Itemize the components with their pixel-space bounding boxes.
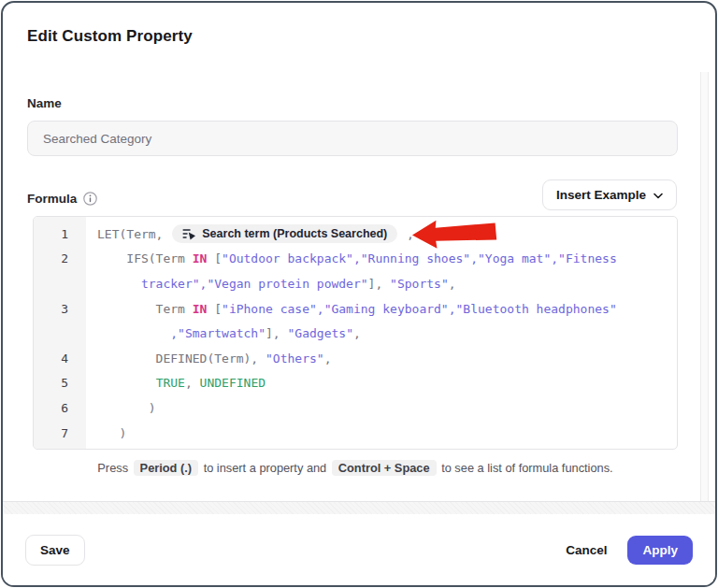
chip-label: Search term (Products Searched) bbox=[202, 227, 387, 240]
formula-label: Formula bbox=[27, 192, 77, 206]
code-token bbox=[97, 326, 170, 340]
code-token: tracker","Vegan protein powder" bbox=[141, 277, 368, 291]
code-token: , bbox=[185, 376, 200, 390]
screen: Edit Custom Property Name Formula Insert… bbox=[0, 0, 718, 588]
code-row: 7 ) bbox=[34, 421, 677, 446]
name-label: Name bbox=[27, 96, 62, 110]
list-play-icon bbox=[182, 228, 196, 240]
code-token: "iPhone case","Gaming keyboard","Bluetoo… bbox=[222, 302, 617, 316]
line-number: 3 bbox=[34, 302, 86, 316]
code-token: DEFINED(Term), bbox=[97, 351, 266, 366]
kbd-control-space: Control + Space bbox=[332, 460, 437, 476]
code-row: ,"Smartwatch"], "Gadgets", bbox=[34, 321, 677, 346]
help-suffix: to see a list of formula functions. bbox=[438, 461, 613, 475]
code-token: IN bbox=[193, 251, 208, 265]
code-token: IN bbox=[193, 302, 208, 316]
code-token: Term bbox=[97, 302, 193, 316]
name-input[interactable] bbox=[27, 121, 678, 156]
insert-example-button[interactable]: Insert Example bbox=[542, 179, 677, 210]
apply-button[interactable]: Apply bbox=[627, 536, 693, 565]
info-icon[interactable] bbox=[83, 192, 97, 206]
code-token: "Outdoor backpack","Running shoes","Yoga… bbox=[222, 251, 617, 265]
line-number: 2 bbox=[34, 251, 86, 265]
code-row: 1LET(Term, Search term (Products Searche… bbox=[34, 222, 677, 247]
code-row: 6 ) bbox=[34, 395, 677, 421]
property-chip[interactable]: Search term (Products Searched) bbox=[172, 224, 397, 243]
code-token: , bbox=[449, 277, 456, 291]
code-token: ], bbox=[368, 277, 390, 291]
page-title: Edit Custom Property bbox=[27, 27, 193, 46]
code-row: 3 Term IN ["iPhone case","Gaming keyboar… bbox=[34, 296, 677, 322]
formula-label-row: Formula bbox=[27, 192, 97, 206]
code-token: LET(Term, bbox=[97, 227, 170, 241]
help-mid: to insert a property and bbox=[200, 461, 330, 475]
code-line[interactable]: DEFINED(Term), "Others", bbox=[86, 351, 331, 366]
code-token: [ bbox=[207, 302, 222, 316]
code-line[interactable]: ) bbox=[86, 401, 156, 415]
code-token: ) bbox=[97, 426, 126, 440]
line-number: 6 bbox=[34, 401, 86, 415]
code-token: "Sports" bbox=[390, 277, 449, 291]
save-button[interactable]: Save bbox=[25, 535, 85, 566]
code-row: tracker","Vegan protein powder"], "Sport… bbox=[34, 271, 677, 296]
cancel-button[interactable]: Cancel bbox=[566, 543, 607, 557]
footer-divider bbox=[3, 501, 715, 514]
code-token: IFS(Term bbox=[97, 251, 193, 265]
code-token: ,"Smartwatch" bbox=[170, 326, 266, 340]
kbd-period: Period (.) bbox=[134, 460, 198, 476]
code-token: TRUE bbox=[156, 376, 185, 390]
code-row: 4 DEFINED(Term), "Others", bbox=[34, 346, 677, 371]
code-token: , bbox=[353, 326, 361, 340]
scrollbar[interactable] bbox=[700, 72, 709, 507]
code-token: UNDEFINED bbox=[200, 376, 266, 390]
line-number: 4 bbox=[34, 351, 86, 366]
code-line[interactable]: LET(Term, Search term (Products Searched… bbox=[86, 224, 414, 243]
code-token bbox=[97, 277, 141, 291]
line-number: 1 bbox=[34, 227, 86, 241]
chevron-down-icon bbox=[653, 188, 663, 202]
code-line[interactable]: ,"Smartwatch"], "Gadgets", bbox=[86, 326, 361, 340]
line-number: 7 bbox=[34, 426, 86, 440]
insert-example-label: Insert Example bbox=[556, 188, 646, 202]
code-row: 2 IFS(Term IN ["Outdoor backpack","Runni… bbox=[34, 247, 677, 272]
code-token: ) bbox=[97, 401, 156, 415]
help-prefix: Press bbox=[97, 461, 131, 475]
code-line[interactable]: ) bbox=[86, 426, 126, 440]
formula-editor[interactable]: 1LET(Term, Search term (Products Searche… bbox=[33, 216, 678, 450]
code-row: 5 TRUE, UNDEFINED bbox=[34, 371, 677, 396]
edit-custom-property-modal: Edit Custom Property Name Formula Insert… bbox=[1, 1, 717, 587]
help-text: Press Period (.) to insert a property an… bbox=[33, 461, 678, 475]
code-token: [ bbox=[207, 251, 222, 265]
code-token: "Others" bbox=[266, 351, 324, 366]
formula-editor-rows: 1LET(Term, Search term (Products Searche… bbox=[34, 217, 677, 449]
line-number: 5 bbox=[34, 376, 86, 390]
code-token: "Gadgets" bbox=[288, 326, 353, 340]
footer: Save Cancel Apply bbox=[3, 514, 715, 585]
code-line[interactable]: Term IN ["iPhone case","Gaming keyboard"… bbox=[86, 302, 617, 316]
code-token: ], bbox=[266, 326, 287, 340]
code-line[interactable]: TRUE, UNDEFINED bbox=[86, 376, 266, 390]
code-line[interactable]: IFS(Term IN ["Outdoor backpack","Running… bbox=[86, 251, 617, 265]
annotation-arrow bbox=[410, 216, 497, 252]
code-line[interactable]: tracker","Vegan protein powder"], "Sport… bbox=[86, 277, 456, 291]
code-token: , bbox=[324, 351, 332, 366]
code-token bbox=[97, 376, 156, 390]
